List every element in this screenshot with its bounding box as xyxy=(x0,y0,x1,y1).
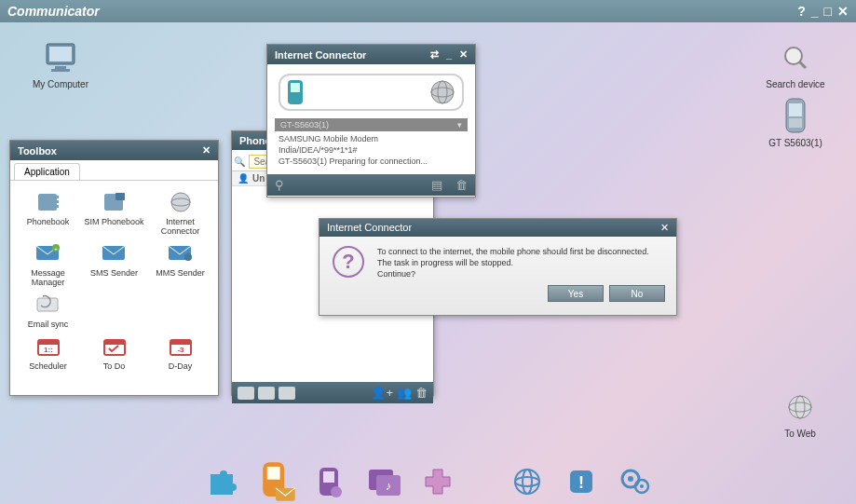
close-icon[interactable]: ✕ xyxy=(837,4,849,19)
my-computer-icon[interactable]: My Computer xyxy=(28,39,93,89)
toolbox-close-icon[interactable]: ✕ xyxy=(202,144,211,157)
tool-phonebook[interactable]: Phonebook xyxy=(16,190,80,236)
tool-mms-sender[interactable]: MMS Sender xyxy=(148,241,212,287)
svg-point-51 xyxy=(523,470,532,494)
svg-text:1::: 1:: xyxy=(44,346,53,354)
delete-icon[interactable]: 🗑 xyxy=(415,386,428,400)
connection-display xyxy=(279,74,464,111)
toolbox-window: Toolbox ✕ Application Phonebook SIM Phon… xyxy=(9,140,219,396)
svg-rect-15 xyxy=(57,205,59,208)
antenna-icon[interactable]: ⚲ xyxy=(275,178,284,192)
svg-rect-41 xyxy=(266,467,279,480)
search-icon: 🔍 xyxy=(234,157,245,167)
svg-rect-1 xyxy=(49,47,72,61)
svg-rect-26 xyxy=(37,298,58,311)
inet-swap-icon[interactable]: ⇄ xyxy=(430,48,439,61)
tool-email-sync[interactable]: Email sync xyxy=(16,293,80,329)
phonebook-tab-1[interactable] xyxy=(238,387,254,400)
tool-internet-connector[interactable]: Internet Connector xyxy=(148,190,212,236)
group-icon[interactable]: 👥 xyxy=(397,386,412,400)
to-web-label: To Web xyxy=(784,429,816,439)
dialog-title: Internet Connector xyxy=(327,222,412,234)
app-title: Communicator xyxy=(7,4,100,19)
tool-sim-phonebook[interactable]: SIM Phonebook xyxy=(82,190,146,236)
phone-icon xyxy=(286,78,306,106)
yes-button[interactable]: Yes xyxy=(548,285,604,302)
inet-action1-icon[interactable]: ▤ xyxy=(431,178,442,192)
dock-puzzle-icon[interactable] xyxy=(203,463,240,500)
add-contact-icon[interactable]: 👤+ xyxy=(371,386,393,400)
inet-header[interactable]: Internet Connector ⇄ _ ✕ xyxy=(267,45,475,64)
minimize-icon[interactable]: _ xyxy=(811,4,819,19)
svg-rect-7 xyxy=(789,103,802,116)
phonebook-header-label: Un xyxy=(252,173,265,184)
svg-rect-2 xyxy=(55,66,66,69)
maximize-icon[interactable]: □ xyxy=(824,4,832,19)
person-icon: 👤 xyxy=(238,173,249,184)
dock-phone-message-icon[interactable] xyxy=(254,460,297,503)
svg-point-49 xyxy=(515,470,539,494)
search-device-icon[interactable]: Search device xyxy=(763,39,828,89)
phone-device-label: GT S5603(1) xyxy=(768,138,822,148)
inet-close-icon[interactable]: ✕ xyxy=(459,48,468,61)
search-device-label: Search device xyxy=(766,79,824,89)
phonebook-tab-3[interactable] xyxy=(279,387,295,400)
svg-text:+: + xyxy=(54,246,58,252)
dock-web-icon[interactable] xyxy=(509,463,546,500)
dock-plus-icon[interactable] xyxy=(419,463,456,500)
svg-rect-3 xyxy=(51,69,70,72)
svg-point-50 xyxy=(515,477,539,486)
tool-sms-sender[interactable]: SMS Sender xyxy=(82,241,146,287)
help-icon[interactable]: ? xyxy=(797,4,806,19)
svg-point-9 xyxy=(789,396,811,418)
toolbox-title: Toolbox xyxy=(18,145,57,157)
svg-text:!: ! xyxy=(578,473,584,492)
svg-point-18 xyxy=(171,193,190,211)
svg-rect-12 xyxy=(38,194,57,211)
inet-status-lines: SAMSUNG Mobile Modem India/IDEA/*99**1*1… xyxy=(273,131,469,169)
to-web-icon[interactable]: To Web xyxy=(768,388,833,439)
svg-point-45 xyxy=(331,486,342,497)
svg-text:♪: ♪ xyxy=(385,479,391,493)
app-titlebar: Communicator ? _ □ ✕ xyxy=(0,0,856,22)
tool-message-manager[interactable]: +Message Manager xyxy=(16,241,80,287)
confirm-dialog: Internet Connector ✕ ? To connect to the… xyxy=(319,218,677,316)
inet-min-icon[interactable]: _ xyxy=(446,48,452,61)
phone-device-icon[interactable]: GT S5603(1) xyxy=(763,98,828,148)
svg-rect-44 xyxy=(323,471,334,483)
dock-alert-icon[interactable]: ! xyxy=(563,463,600,500)
svg-text:-3: -3 xyxy=(177,346,184,354)
svg-rect-17 xyxy=(115,193,125,200)
internet-connector-window: Internet Connector ⇄ _ ✕ GT-S5603(1)▾ SA… xyxy=(266,44,476,198)
question-icon: ? xyxy=(333,246,364,278)
inet-title: Internet Connector xyxy=(275,49,366,61)
svg-rect-13 xyxy=(57,196,59,198)
my-computer-label: My Computer xyxy=(33,79,88,89)
toolbox-tab-application[interactable]: Application xyxy=(14,163,80,180)
svg-line-5 xyxy=(799,61,806,68)
dock-settings-icon[interactable] xyxy=(617,463,654,500)
dock: ♪ ! xyxy=(203,463,654,500)
dialog-message: To connect to the internet, the mobile p… xyxy=(377,246,649,279)
tool-dday[interactable]: -3D-Day xyxy=(148,334,212,371)
inet-device-bar[interactable]: GT-S5603(1)▾ xyxy=(275,118,468,131)
svg-rect-36 xyxy=(291,83,300,92)
inet-trash-icon[interactable]: 🗑 xyxy=(455,178,468,192)
svg-point-25 xyxy=(184,253,192,261)
svg-point-57 xyxy=(640,484,644,488)
tool-scheduler[interactable]: 1::Scheduler xyxy=(16,334,80,371)
toolbox-header[interactable]: Toolbox ✕ xyxy=(10,141,218,160)
phonebook-tab-2[interactable] xyxy=(258,387,275,400)
dialog-close-icon[interactable]: ✕ xyxy=(660,222,669,234)
svg-rect-14 xyxy=(57,200,59,203)
chevron-down-icon: ▾ xyxy=(457,120,462,129)
tool-todo[interactable]: To Do xyxy=(82,334,146,371)
no-button[interactable]: No xyxy=(609,285,665,302)
svg-point-37 xyxy=(431,81,454,103)
svg-rect-8 xyxy=(789,118,802,128)
dock-media-icon[interactable]: ♪ xyxy=(365,463,402,500)
svg-point-55 xyxy=(628,476,633,482)
globe-icon xyxy=(428,78,456,106)
dock-device-icon[interactable] xyxy=(311,463,348,500)
